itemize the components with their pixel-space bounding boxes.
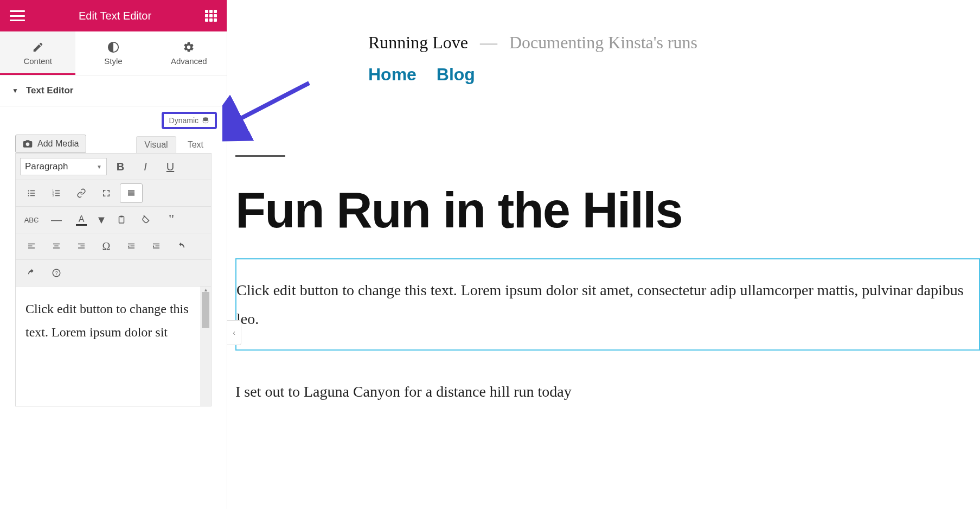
hr-button[interactable]: —	[45, 210, 68, 230]
dynamic-tags-button[interactable]: Dynamic	[162, 112, 217, 129]
svg-rect-28	[128, 244, 134, 245]
chevron-left-icon: ‹	[233, 328, 235, 337]
tab-advanced[interactable]: Advanced	[151, 31, 227, 75]
paste-text-button[interactable]	[110, 210, 133, 230]
dynamic-row: Dynamic	[0, 106, 227, 135]
svg-rect-25	[78, 244, 85, 245]
redo-button[interactable]	[20, 263, 43, 283]
svg-rect-11	[55, 193, 60, 194]
svg-rect-31	[153, 244, 159, 245]
editor-content-area: Click edit button to change this text. L…	[16, 287, 211, 406]
text-color-button[interactable]: A	[70, 210, 93, 230]
nav-home[interactable]: Home	[368, 65, 417, 84]
svg-rect-16	[128, 194, 134, 195]
svg-text:?: ?	[55, 270, 58, 276]
site-title[interactable]: Running Love	[368, 33, 468, 52]
camera-music-icon	[22, 138, 33, 149]
text-editor-body[interactable]: Click edit button to change this text. L…	[16, 287, 200, 406]
svg-rect-15	[128, 193, 134, 194]
site-header: Running Love — Documenting Kinsta's runs	[368, 33, 980, 53]
italic-button[interactable]: I	[134, 157, 157, 176]
caret-down-icon: ▼	[12, 87, 18, 94]
svg-text:3: 3	[53, 194, 54, 197]
database-icon	[202, 117, 209, 124]
svg-rect-19	[28, 244, 35, 245]
special-char-button[interactable]: Ω	[95, 237, 118, 256]
bullet-list-button[interactable]	[20, 183, 43, 203]
align-right-button[interactable]	[70, 237, 93, 256]
strikethrough-button[interactable]: ABC	[20, 210, 43, 230]
svg-rect-33	[153, 247, 159, 249]
svg-rect-26	[81, 246, 85, 247]
svg-rect-17	[119, 217, 124, 223]
undo-button[interactable]	[170, 237, 193, 256]
tab-content[interactable]: Content	[0, 31, 75, 75]
collapse-sidebar-button[interactable]: ‹	[227, 320, 241, 345]
post-title: Fun Run in the Hills	[235, 184, 980, 237]
site-tagline: Documenting Kinsta's runs	[509, 33, 697, 52]
svg-rect-14	[128, 190, 134, 192]
svg-rect-9	[55, 190, 60, 192]
svg-rect-24	[53, 247, 60, 249]
svg-rect-18	[120, 216, 123, 218]
indent-button[interactable]	[145, 237, 168, 256]
panel-title: Edit Text Editor	[79, 10, 151, 22]
scroll-thumb[interactable]	[202, 292, 209, 328]
svg-point-4	[28, 193, 29, 194]
number-list-button[interactable]: 123	[45, 183, 68, 203]
svg-rect-30	[128, 247, 134, 249]
nav-blog[interactable]: Blog	[437, 65, 475, 84]
svg-rect-23	[54, 246, 59, 247]
bold-button[interactable]: B	[109, 157, 132, 176]
text-color-dropdown[interactable]: ▼	[95, 210, 108, 230]
tab-visual[interactable]: Visual	[136, 136, 176, 153]
section-text-editor[interactable]: ▼ Text Editor	[0, 75, 227, 106]
tab-style[interactable]: Style	[75, 31, 151, 75]
svg-rect-20	[28, 246, 33, 247]
svg-point-2	[28, 190, 29, 191]
gear-icon	[183, 41, 195, 53]
clear-format-button[interactable]	[135, 210, 158, 230]
tab-text[interactable]: Text	[180, 136, 212, 153]
pencil-icon	[32, 41, 44, 53]
post-divider	[235, 155, 285, 157]
widgets-grid-icon[interactable]	[205, 10, 217, 22]
format-select[interactable]: Paragraph	[20, 158, 107, 175]
help-button[interactable]: ?	[45, 263, 68, 283]
site-nav: Home Blog	[368, 65, 980, 85]
editor-toolbar-header: Add Media Visual Text	[0, 135, 227, 153]
editor-scrollbar[interactable]: ▴	[200, 287, 211, 406]
sidebar-header: Edit Text Editor	[0, 0, 227, 31]
editor-sidebar: Edit Text Editor Content Style Advanced …	[0, 0, 227, 509]
tinymce-editor: Paragraph B I U 123 ABC — A ▼ " Ω	[15, 153, 212, 406]
align-center-button[interactable]	[45, 237, 68, 256]
align-left-button[interactable]	[20, 237, 43, 256]
svg-rect-29	[131, 246, 135, 247]
editor-mode-tabs: Visual Text	[136, 136, 212, 153]
underline-button[interactable]: U	[159, 157, 182, 176]
svg-rect-22	[53, 244, 60, 245]
text-editor-widget[interactable]: Click edit button to change this text. L…	[235, 258, 980, 351]
svg-rect-32	[156, 246, 160, 247]
svg-rect-5	[30, 193, 35, 194]
outdent-button[interactable]	[120, 237, 143, 256]
post-body-text: I set out to Laguna Canyon for a distanc…	[235, 383, 980, 400]
svg-point-6	[28, 195, 29, 196]
preview-canvas: Running Love — Documenting Kinsta's runs…	[227, 0, 980, 509]
svg-rect-7	[30, 195, 35, 196]
svg-rect-13	[55, 195, 60, 196]
svg-rect-27	[78, 247, 85, 249]
svg-rect-3	[30, 190, 35, 192]
blockquote-button[interactable]: "	[160, 210, 183, 230]
toolbar-toggle-button[interactable]	[120, 183, 143, 203]
fullscreen-button[interactable]	[95, 183, 118, 203]
svg-rect-21	[28, 247, 35, 249]
add-media-button[interactable]: Add Media	[15, 135, 86, 153]
dash-separator: —	[480, 33, 497, 52]
menu-icon[interactable]	[10, 10, 25, 21]
link-button[interactable]	[70, 183, 93, 203]
contrast-icon	[107, 41, 119, 53]
panel-tabs: Content Style Advanced	[0, 31, 227, 75]
